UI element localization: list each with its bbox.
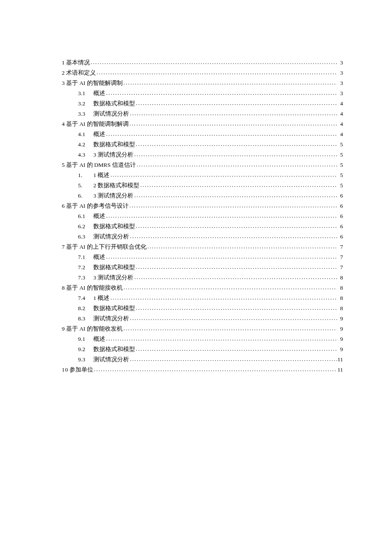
- toc-entry-number: 9.1: [78, 336, 93, 342]
- toc-entry-number: 4.2: [78, 142, 93, 148]
- toc-leader-dots: [135, 346, 337, 352]
- toc-page-number: 7: [337, 244, 343, 250]
- toc-entry: 4 基于 AI 的智能调制解调4: [62, 121, 343, 127]
- toc-leader-dots: [105, 336, 337, 342]
- toc-entry-number: 7.1: [78, 254, 93, 260]
- toc-leader-dots: [135, 141, 337, 147]
- toc-leader-dots: [147, 244, 337, 250]
- toc-entry-title: 3 测试情况分析: [93, 275, 133, 281]
- toc-leader-dots: [135, 223, 337, 229]
- toc-leader-dots: [135, 305, 337, 311]
- toc-entry-title: 基于 AI 的参考信号设计: [65, 203, 129, 209]
- toc-entry-title: 3 测试情况分析: [93, 193, 133, 199]
- toc-entry-title: 概述: [93, 336, 105, 342]
- toc-page-number: 6: [337, 213, 343, 219]
- toc-entry-title: 数据格式和模型: [93, 305, 135, 311]
- toc-entry-title: 1 概述: [93, 172, 110, 178]
- toc-entry: 6.3 测试情况分析 6: [62, 193, 343, 199]
- toc-entry: 3 基于 AI 的智能解调制3: [62, 80, 343, 86]
- toc-page-number: 7: [337, 264, 343, 270]
- toc-entry-title: 测试情况分析: [93, 234, 129, 240]
- toc-entry-title: 1 概述: [93, 295, 110, 301]
- table-of-contents: 1 基本情况32 术语和定义33 基于 AI 的智能解调制33.1概述 33.2…: [62, 60, 343, 373]
- toc-page-number: 8: [337, 285, 343, 291]
- toc-entry: 1.1 概述 5: [62, 172, 343, 178]
- toc-entry-number: 3.2: [78, 101, 93, 107]
- toc-entry-number: 1.: [78, 172, 93, 178]
- toc-leader-dots: [110, 295, 337, 301]
- toc-page-number: 11: [337, 367, 343, 373]
- toc-entry-title: 概述: [93, 90, 105, 96]
- toc-entry: 9.1概述 9: [62, 336, 343, 342]
- toc-leader-dots: [105, 90, 337, 96]
- toc-page-number: 9: [337, 346, 343, 352]
- toc-page-number: 5: [337, 152, 343, 158]
- toc-page-number: 3: [337, 70, 343, 76]
- toc-leader-dots: [129, 315, 337, 321]
- toc-page-number: 5: [337, 162, 343, 168]
- toc-leader-dots: [105, 254, 337, 260]
- toc-entry-title: 基于 AI 的智能收发机: [65, 326, 123, 332]
- toc-entry: 8.3测试情况分析 9: [62, 316, 343, 322]
- toc-leader-dots: [123, 285, 337, 291]
- toc-leader-dots: [105, 131, 337, 137]
- toc-leader-dots: [136, 162, 337, 168]
- toc-page-number: 6: [337, 203, 343, 209]
- toc-entry-heading: 5: [62, 162, 65, 168]
- toc-entry-title: 概述: [93, 213, 105, 219]
- toc-page-number: 6: [337, 224, 343, 230]
- toc-leader-dots: [129, 356, 337, 362]
- toc-leader-dots: [123, 325, 337, 331]
- toc-entry-number: 7.3: [78, 275, 93, 281]
- toc-entry: 3.1概述 3: [62, 90, 343, 96]
- toc-leader-dots: [129, 203, 337, 209]
- toc-entry: 5.2 数据格式和模型 5: [62, 183, 343, 189]
- toc-leader-dots: [139, 182, 337, 188]
- toc-entry-title: 2 数据格式和模型: [93, 183, 139, 189]
- toc-entry: 4.1概述 4: [62, 131, 343, 137]
- toc-entry-number: 6.1: [78, 213, 93, 219]
- toc-page-number: 5: [337, 172, 343, 178]
- toc-entry-number: 9.2: [78, 346, 93, 352]
- toc-page-number: 3: [337, 80, 343, 86]
- toc-entry: 4.2数据格式和模型 5: [62, 142, 343, 148]
- toc-leader-dots: [133, 151, 337, 157]
- toc-leader-dots: [93, 366, 337, 372]
- toc-entry: 8.2数据格式和模型 8: [62, 305, 343, 311]
- toc-entry: 6 基于 AI 的参考信号设计6: [62, 203, 343, 209]
- toc-entry-title: 基于 AI 的智能解调制: [65, 80, 123, 86]
- toc-entry-title: 数据格式和模型: [93, 264, 135, 270]
- toc-entry-title: 数据格式和模型: [93, 224, 135, 230]
- toc-leader-dots: [110, 172, 337, 178]
- toc-entry-heading: 2: [62, 70, 65, 76]
- toc-page-number: 4: [337, 111, 343, 117]
- toc-entry-title: 测试情况分析: [93, 316, 129, 322]
- toc-entry: 10 参加单位11: [62, 367, 343, 373]
- toc-entry: 6.3测试情况分析 6: [62, 234, 343, 240]
- toc-leader-dots: [123, 80, 337, 86]
- toc-entry: 5 基于 AI 的 DMRS 信道估计5: [62, 162, 343, 168]
- toc-entry: 2 术语和定义3: [62, 70, 343, 76]
- toc-entry: 6.1概述 6: [62, 213, 343, 219]
- toc-page-number: 8: [337, 275, 343, 281]
- toc-entry-title: 3 测试情况分析: [93, 152, 133, 158]
- toc-entry-title: 基本情况: [65, 60, 90, 66]
- toc-entry: 7.33 测试情况分析 8: [62, 275, 343, 281]
- toc-page-number: 7: [337, 254, 343, 260]
- toc-entry-title: 数据格式和模型: [93, 142, 135, 148]
- toc-entry: 8 基于 AI 的智能接收机8: [62, 285, 343, 291]
- toc-leader-dots: [133, 192, 337, 198]
- toc-page-number: 4: [337, 131, 343, 137]
- toc-page-number: 6: [337, 193, 343, 199]
- toc-entry: 7.41 概述 8: [62, 295, 343, 301]
- toc-entry-heading: 10: [62, 367, 69, 373]
- toc-entry: 3.2数据格式和模型 4: [62, 101, 343, 107]
- toc-entry-number: 7.2: [78, 264, 93, 270]
- toc-entry: 3.3测试情况分析 4: [62, 111, 343, 117]
- toc-page-number: 9: [337, 336, 343, 342]
- toc-entry: 7.1概述 7: [62, 254, 343, 260]
- toc-entry-number: 4.3: [78, 152, 93, 158]
- toc-entry: 7.2数据格式和模型 7: [62, 264, 343, 270]
- toc-entry-number: 8.2: [78, 305, 93, 311]
- toc-entry-number: 6.: [78, 193, 93, 199]
